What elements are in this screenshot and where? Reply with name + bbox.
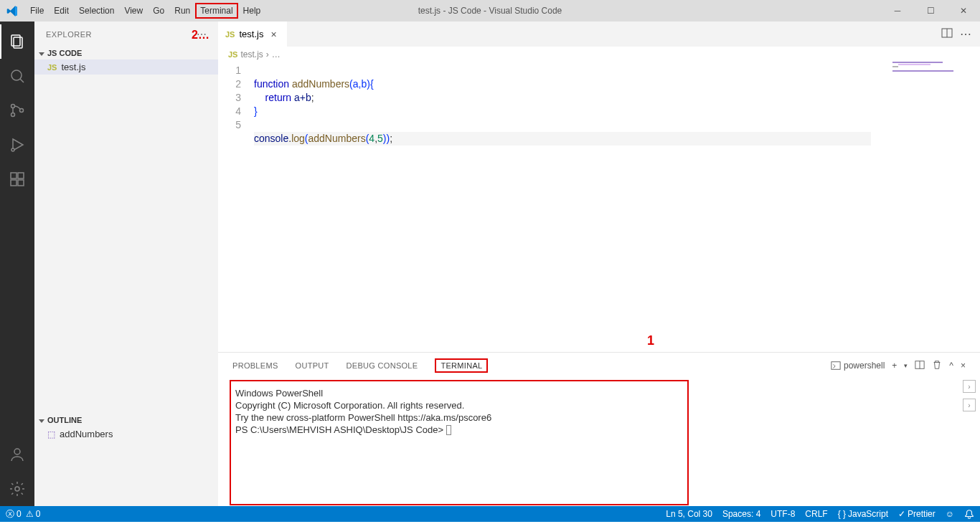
menu-go[interactable]: Go bbox=[148, 3, 169, 19]
js-file-icon: JS bbox=[228, 50, 237, 59]
code-editor[interactable]: 1 2 3 4 5 function addNumbers(a,b){ retu… bbox=[218, 62, 980, 159]
vscode-logo-icon bbox=[0, 5, 25, 17]
menu-selection[interactable]: Selection bbox=[74, 3, 119, 19]
status-bell-icon[interactable] bbox=[964, 509, 974, 519]
file-test-js[interactable]: JStest.js bbox=[34, 59, 218, 75]
method-icon: ⬚ bbox=[47, 429, 55, 439]
window-controls: ─ ☐ ✕ bbox=[881, 0, 980, 22]
menu-view[interactable]: View bbox=[119, 3, 148, 19]
js-file-icon: JS bbox=[47, 63, 57, 72]
close-panel-icon[interactable]: × bbox=[961, 361, 966, 371]
svg-point-14 bbox=[15, 487, 19, 491]
activity-search-icon[interactable] bbox=[0, 59, 34, 93]
menu-edit[interactable]: Edit bbox=[49, 3, 74, 19]
annotation-2: 2… bbox=[192, 29, 209, 42]
split-terminal-icon[interactable] bbox=[915, 360, 925, 372]
status-warnings[interactable]: ⚠ 0 bbox=[26, 509, 41, 519]
status-feedback-icon[interactable]: ☺ bbox=[946, 509, 954, 519]
panel-tab-output[interactable]: OUTPUT bbox=[296, 360, 329, 371]
editor-area: JS test.js × ⋯ JS test.js › … 1 2 3 4 5 … bbox=[218, 22, 980, 506]
svg-point-5 bbox=[11, 113, 15, 117]
annotation-1: 1 bbox=[647, 333, 654, 348]
svg-rect-9 bbox=[11, 173, 17, 178]
minimap[interactable] bbox=[892, 62, 979, 90]
status-encoding[interactable]: UTF-8 bbox=[771, 509, 795, 519]
status-eol[interactable]: CRLF bbox=[805, 509, 827, 519]
line-gutter: 1 2 3 4 5 bbox=[218, 64, 254, 159]
tab-test-js[interactable]: JS test.js × bbox=[218, 22, 288, 47]
activity-bar bbox=[0, 22, 34, 506]
js-file-icon: JS bbox=[225, 30, 235, 39]
svg-rect-17 bbox=[831, 362, 840, 370]
window-title: test.js - JS Code - Visual Studio Code bbox=[418, 6, 562, 16]
menu-run[interactable]: Run bbox=[169, 3, 195, 19]
panel-tab-debug[interactable]: DEBUG CONSOLE bbox=[347, 360, 418, 371]
kill-terminal-icon[interactable] bbox=[932, 360, 942, 372]
terminal[interactable]: Windows PowerShell Copyright (C) Microso… bbox=[230, 380, 689, 505]
terminal-shell-indicator[interactable]: powershell bbox=[831, 361, 885, 371]
editor-more-icon[interactable]: ⋯ bbox=[960, 27, 971, 41]
panel-tab-terminal[interactable]: TERMINAL bbox=[435, 358, 488, 373]
status-prettier[interactable]: ✓ Prettier bbox=[898, 509, 936, 519]
explorer-title: EXPLORER bbox=[46, 30, 92, 39]
panel-side-controls: › › bbox=[963, 380, 976, 417]
svg-point-13 bbox=[14, 449, 20, 454]
maximize-panel-icon[interactable]: ^ bbox=[949, 361, 953, 371]
svg-line-3 bbox=[20, 79, 24, 82]
tabbar: JS test.js × ⋯ bbox=[218, 22, 980, 47]
titlebar: File Edit Selection View Go Run Terminal… bbox=[0, 0, 980, 22]
terminal-cursor bbox=[446, 425, 451, 435]
tab-close-icon[interactable]: × bbox=[268, 29, 279, 40]
outline-section[interactable]: OUTLINE bbox=[34, 414, 218, 427]
svg-rect-10 bbox=[11, 180, 17, 186]
svg-rect-11 bbox=[18, 180, 24, 186]
menu-terminal[interactable]: Terminal bbox=[195, 3, 237, 19]
new-terminal-icon[interactable]: + bbox=[892, 361, 897, 371]
activity-run-icon[interactable] bbox=[0, 128, 34, 162]
outline-addnumbers[interactable]: ⬚addNumbers bbox=[34, 427, 218, 442]
status-cursor-position[interactable]: Ln 5, Col 30 bbox=[666, 509, 712, 519]
svg-point-2 bbox=[11, 70, 22, 80]
svg-point-8 bbox=[11, 148, 14, 151]
menu-help[interactable]: Help bbox=[238, 3, 266, 19]
panel-collapse-icon[interactable]: › bbox=[963, 399, 976, 411]
svg-point-6 bbox=[20, 109, 24, 113]
maximize-button[interactable]: ☐ bbox=[914, 0, 947, 22]
explorer-sidebar: EXPLORER ⋯ JS CODE JStest.js OUTLINE ⬚ad… bbox=[34, 22, 218, 506]
activity-settings-icon[interactable] bbox=[0, 472, 34, 506]
close-button[interactable]: ✕ bbox=[947, 0, 980, 22]
activity-extensions-icon[interactable] bbox=[0, 162, 34, 196]
statusbar: ⓧ 0 ⚠ 0 Ln 5, Col 30 Spaces: 4 UTF-8 CRL… bbox=[0, 506, 980, 522]
code-lines[interactable]: function addNumbers(a,b){ return a+b; } … bbox=[254, 64, 980, 159]
status-language[interactable]: { } JavaScript bbox=[838, 509, 888, 519]
panel-tab-problems[interactable]: PROBLEMS bbox=[232, 360, 278, 371]
svg-rect-12 bbox=[18, 173, 24, 178]
breadcrumb[interactable]: JS test.js › … bbox=[218, 47, 980, 62]
split-editor-icon[interactable] bbox=[941, 27, 953, 42]
status-errors[interactable]: ⓧ 0 bbox=[6, 508, 22, 520]
activity-explorer-icon[interactable] bbox=[0, 24, 34, 59]
svg-point-4 bbox=[11, 105, 15, 108]
panel-collapse-icon[interactable]: › bbox=[963, 380, 976, 393]
tab-label: test.js bbox=[239, 29, 263, 39]
menubar: File Edit Selection View Go Run Terminal… bbox=[25, 3, 265, 19]
folder-root[interactable]: JS CODE bbox=[34, 47, 218, 59]
activity-account-icon[interactable] bbox=[0, 437, 34, 472]
menu-file[interactable]: File bbox=[25, 3, 49, 19]
activity-scm-icon[interactable] bbox=[0, 93, 34, 128]
status-indent[interactable]: Spaces: 4 bbox=[722, 509, 760, 519]
minimize-button[interactable]: ─ bbox=[881, 0, 914, 22]
panel: PROBLEMS OUTPUT DEBUG CONSOLE TERMINAL p… bbox=[218, 352, 980, 506]
terminal-dropdown-icon[interactable]: ▾ bbox=[904, 362, 908, 369]
